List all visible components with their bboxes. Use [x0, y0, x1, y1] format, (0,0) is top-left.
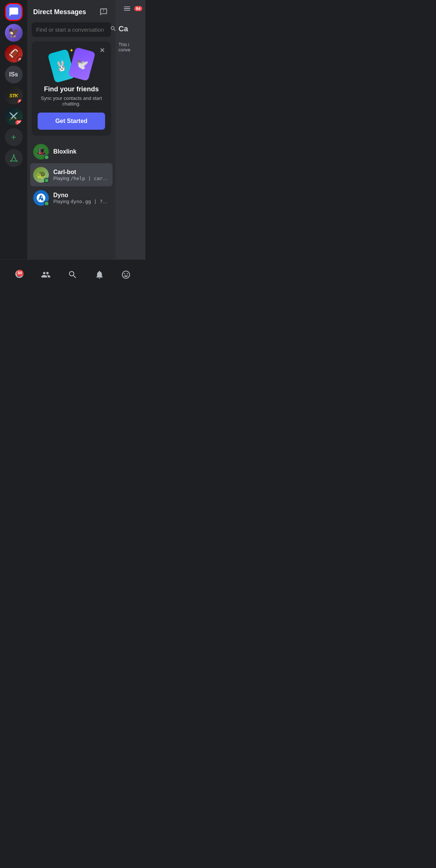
dm-list: 🎩 Bloxlink 🐢 — [27, 140, 116, 259]
dm-name-carlbot: Carl-bot — [53, 169, 110, 176]
dm-name-bloxlink: Bloxlink — [53, 148, 110, 155]
dm-name-dyno: Dyno — [53, 192, 110, 199]
dm-header: Direct Messages — [27, 0, 116, 22]
dm-status-carlbot: Playing /help | carl.gg — [53, 176, 110, 181]
sidebar-item-bird[interactable]: 🦅 — [5, 24, 23, 42]
right-panel: 84 Ca This iconve — [116, 0, 145, 259]
bell-icon — [95, 270, 104, 280]
message-icon — [9, 7, 19, 17]
sidebar-item-stk[interactable]: STK 5 — [5, 86, 23, 104]
dm-item-dyno[interactable]: Dyno Playing dyno.gg | ?help — [30, 186, 113, 209]
nav-search-icon — [68, 270, 78, 280]
svg-point-0 — [13, 154, 15, 156]
new-dm-button[interactable] — [98, 6, 110, 18]
nav-badge-home: 84 — [16, 270, 23, 277]
close-card-button[interactable]: ✕ — [98, 46, 107, 55]
badge-stk: 5 — [17, 98, 23, 104]
app-container: 🦅 🏈 3 ISs STK 5 ⚔️ 76 — [0, 0, 145, 289]
dm-panel: Direct Messages ✕ — [27, 0, 116, 259]
phones-illustration: 🐰 🕊️ ✦ — [49, 47, 94, 81]
online-indicator-dyno — [44, 201, 49, 206]
sidebar-item-dm[interactable] — [5, 3, 23, 21]
dyno-status-keyword: Playing — [53, 199, 70, 204]
browse-servers-button[interactable] — [5, 149, 23, 167]
right-panel-partial-desc: This iconve — [116, 41, 145, 54]
sidebar-item-helmet[interactable]: 🏈 3 — [5, 45, 23, 63]
find-friends-subtitle: Sync your contacts and start chatting. — [38, 95, 105, 107]
nav-item-home[interactable]: 84 — [12, 266, 27, 283]
dm-info-carlbot: Carl-bot Playing /help | carl.gg — [53, 169, 110, 181]
dm-item-carlbot[interactable]: 🐢 Carl-bot Playing /help | carl.gg — [30, 163, 113, 186]
search-icon — [110, 25, 116, 34]
main-content: 🦅 🏈 3 ISs STK 5 ⚔️ 76 — [0, 0, 145, 259]
right-panel-menu-icon — [123, 4, 131, 13]
iss-label: ISs — [5, 66, 23, 83]
network-icon — [9, 154, 18, 162]
search-input[interactable] — [36, 26, 107, 33]
dm-avatar-bloxlink: 🎩 — [33, 144, 49, 160]
dm-info-dyno: Dyno Playing dyno.gg | ?help — [53, 192, 110, 204]
badge-helmet: 3 — [17, 57, 23, 63]
online-indicator-carlbot — [44, 178, 49, 183]
dm-status-dyno: Playing dyno.gg | ?help — [53, 199, 110, 204]
dm-item-bloxlink[interactable]: 🎩 Bloxlink — [30, 140, 113, 163]
bottom-nav: 84 — [0, 259, 145, 289]
svg-line-4 — [14, 156, 16, 160]
friends-icon — [41, 270, 51, 280]
online-indicator-bloxlink — [44, 155, 49, 160]
friends-illustration: 🐰 🕊️ ✦ — [38, 47, 105, 81]
svg-point-1 — [10, 160, 12, 162]
nav-item-notifications[interactable] — [92, 267, 107, 283]
right-panel-partial-text: Ca — [116, 17, 145, 41]
badge-war: 76 — [15, 119, 22, 125]
dm-info-bloxlink: Bloxlink — [53, 148, 110, 155]
new-dm-icon — [99, 8, 108, 16]
dm-avatar-dyno — [33, 190, 49, 206]
carlbot-status-value: /help | carl.gg — [70, 176, 110, 181]
get-started-button[interactable]: Get Started — [38, 113, 105, 130]
sidebar-item-war[interactable]: ⚔️ 76 — [5, 107, 23, 125]
dm-panel-title: Direct Messages — [33, 8, 86, 16]
sidebar-item-iss[interactable]: ISs — [5, 66, 23, 83]
sidebar: 🦅 🏈 3 ISs STK 5 ⚔️ 76 — [0, 0, 27, 259]
find-friends-card: ✕ 🐰 🕊️ ✦ Find your friends Sync your con… — [32, 41, 111, 136]
right-panel-badge: 84 — [134, 6, 142, 11]
nav-item-search[interactable] — [65, 267, 80, 283]
carlbot-status-keyword: Playing — [53, 176, 70, 181]
search-bar[interactable] — [32, 22, 111, 37]
nav-item-profile[interactable] — [118, 267, 134, 283]
add-server-button[interactable]: + — [5, 128, 23, 146]
emoji-icon — [121, 270, 131, 280]
find-friends-title: Find your friends — [38, 85, 105, 93]
svg-point-2 — [16, 160, 18, 162]
sparkle-icon: ✦ — [69, 47, 74, 53]
dyno-status-value: dyno.gg | ?help — [70, 199, 110, 204]
nav-item-friends[interactable] — [38, 267, 54, 283]
dm-avatar-carlbot: 🐢 — [33, 167, 49, 183]
magnify-icon — [110, 25, 116, 32]
svg-line-3 — [12, 156, 14, 160]
